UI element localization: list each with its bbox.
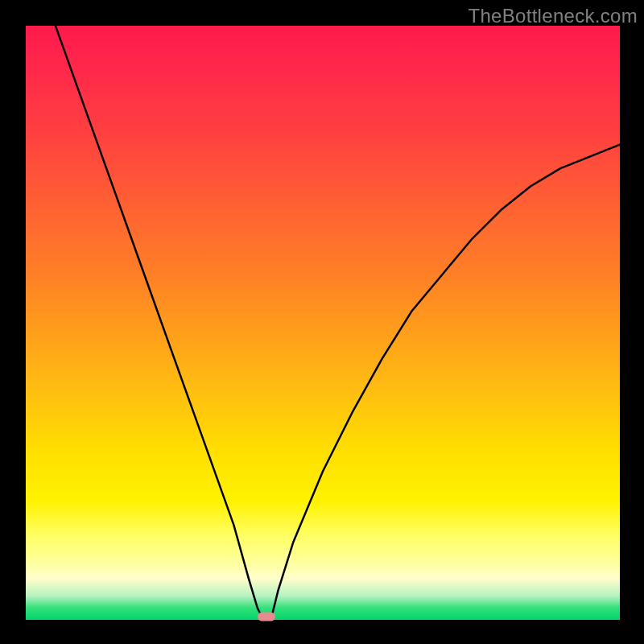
plot-area: [26, 26, 620, 620]
bottleneck-curve: [26, 26, 620, 620]
minimum-marker: [258, 613, 275, 621]
chart-frame: TheBottleneck.com: [0, 0, 644, 644]
watermark-text: TheBottleneck.com: [468, 5, 638, 27]
